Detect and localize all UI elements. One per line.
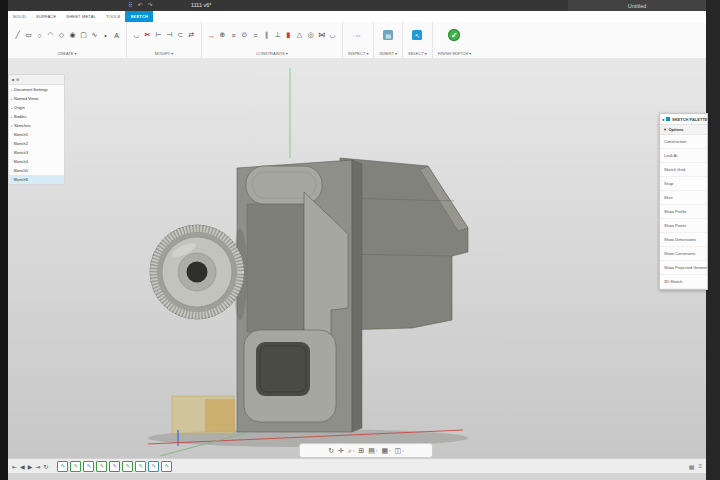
timeline-feature[interactable]: ✎	[135, 461, 146, 472]
break-icon[interactable]: ⊣	[165, 30, 174, 40]
palette-item-look-at[interactable]: Look At	[660, 149, 707, 163]
symmetry-icon[interactable]: ⋈	[317, 30, 326, 40]
browser-row[interactable]: ·Sketch1	[9, 130, 64, 139]
ellipse-icon[interactable]: ◉	[68, 30, 77, 40]
browser-row[interactable]: ▾Sketches	[9, 121, 64, 130]
palette-item-show-dimensions[interactable]: Show Dimensions	[660, 233, 707, 247]
pan-icon[interactable]: ✛	[338, 447, 344, 455]
polygon-icon[interactable]: ◇	[57, 30, 66, 40]
modify-dropdown[interactable]: MODIFY ▾	[155, 51, 174, 57]
tab-sketch[interactable]: SKETCH	[125, 11, 153, 22]
browser-grid-icon[interactable]: ⊞	[16, 77, 19, 82]
tab-solid[interactable]: SOLID	[8, 11, 31, 22]
insert-icon[interactable]: ▤	[383, 30, 393, 40]
palette-item-sketch-grid[interactable]: Sketch Grid	[660, 163, 707, 177]
palette-item-snap[interactable]: Snap	[660, 177, 707, 191]
browser-row[interactable]: ▸Named Views	[9, 94, 64, 103]
line-icon[interactable]: ╱	[13, 30, 22, 40]
palette-item-slice[interactable]: Slice	[660, 191, 707, 205]
tab-tools[interactable]: TOOLS	[101, 11, 126, 22]
inspect-dropdown[interactable]: INSPECT ▾	[348, 51, 368, 57]
fit-icon[interactable]: ⊞	[358, 447, 364, 455]
text-icon[interactable]: A	[112, 30, 121, 40]
timeline-feature[interactable]: ✎	[96, 461, 107, 472]
zoom-icon[interactable]: ⌕	[348, 447, 352, 455]
offset-icon[interactable]: ⊂	[176, 30, 185, 40]
timeline-feature[interactable]: ✎	[57, 461, 68, 472]
timeline-skip-end-button[interactable]: ⇥	[35, 463, 40, 470]
constraints-dropdown[interactable]: CONSTRAINTS ▾	[256, 51, 288, 57]
display-settings-icon[interactable]: ▤	[368, 447, 375, 455]
spline-icon[interactable]: ∿	[90, 30, 99, 40]
slot-icon[interactable]: ▢	[79, 30, 88, 40]
concentric-icon[interactable]: ◎	[306, 30, 315, 40]
tangent-icon[interactable]: ⊙	[240, 30, 249, 40]
timeline-feature[interactable]: ✎	[70, 461, 81, 472]
select-cursor-icon[interactable]: ↖	[412, 30, 422, 40]
browser-row[interactable]: ▸Origin	[9, 103, 64, 112]
app-grid-icon[interactable]: ⠿	[128, 1, 132, 8]
sketch-highlight-profile[interactable]	[205, 399, 235, 432]
finish-sketch-button[interactable]: FINISH SKETCH ▾	[438, 51, 472, 57]
viewports-icon[interactable]: ◫	[395, 447, 402, 455]
orbit-icon[interactable]: ↻	[328, 447, 334, 455]
browser-row[interactable]: ·Sketch2	[9, 139, 64, 148]
curvature-icon[interactable]: ◡	[328, 30, 337, 40]
timeline-feature[interactable]: ✎	[83, 461, 94, 472]
tab-sheet-metal[interactable]: SHEET METAL	[61, 11, 101, 22]
select-dropdown[interactable]: SELECT ▾	[408, 51, 427, 57]
palette-item-show-projected[interactable]: Show Projected Geometries	[660, 261, 707, 275]
move-icon[interactable]: ⇄	[187, 30, 196, 40]
extend-icon[interactable]: ⊢	[154, 30, 163, 40]
browser-row-active[interactable]: ·Sketch6	[9, 175, 64, 184]
fix-lock-icon[interactable]: ▮	[284, 30, 293, 40]
undo-icon[interactable]: ↶	[137, 1, 142, 8]
timeline-options-icon[interactable]: ▦	[689, 463, 695, 470]
grid-settings-icon[interactable]: ▦	[381, 447, 388, 455]
browser-panel: ◀ ⊞ ▸Document Settings ▸Named Views ▸Ori…	[8, 74, 65, 185]
palette-item-3d-sketch[interactable]: 3D Sketch	[660, 275, 707, 289]
trim-icon[interactable]: ✂	[143, 30, 152, 40]
timeline-feature[interactable]: ✎	[148, 461, 159, 472]
circle-icon[interactable]: ○	[35, 30, 44, 40]
browser-row[interactable]: ·Sketch5	[9, 166, 64, 175]
equal-icon[interactable]: =	[251, 30, 260, 40]
palette-options-section[interactable]: ▼Options	[660, 125, 707, 135]
browser-row[interactable]: ▸Document Settings	[9, 85, 64, 94]
palette-collapse-icon[interactable]: ◂	[662, 117, 664, 122]
arc-icon[interactable]: ◠	[46, 30, 55, 40]
timeline-play-button[interactable]: ▶	[28, 463, 33, 470]
palette-item-construction[interactable]: Construction	[660, 135, 707, 149]
collinear-icon[interactable]: ≡	[229, 30, 238, 40]
insert-dropdown[interactable]: INSERT ▾	[379, 51, 397, 57]
fillet-icon[interactable]: ◡	[132, 30, 141, 40]
palette-item-show-profile[interactable]: Show Profile	[660, 205, 707, 219]
timeline-menu-icon[interactable]: ≡	[698, 463, 702, 469]
browser-row[interactable]: ▸Bodies	[9, 112, 64, 121]
perpendicular-icon[interactable]: ⊥	[273, 30, 282, 40]
timeline-replay-button[interactable]: ↻	[43, 463, 48, 470]
finish-sketch-check-icon[interactable]: ✓	[448, 29, 460, 41]
point-icon[interactable]: •	[101, 30, 110, 40]
timeline-feature[interactable]: ✎	[109, 461, 120, 472]
viewport-canvas[interactable]	[8, 58, 706, 458]
timeline-skip-start-button[interactable]: ⇤	[12, 463, 17, 470]
browser-row[interactable]: ·Sketch3	[9, 148, 64, 157]
parallel-icon[interactable]: ∥	[262, 30, 271, 40]
timeline-step-back-button[interactable]: ◀	[20, 463, 25, 470]
midpoint-icon[interactable]: △	[295, 30, 304, 40]
palette-item-show-constraints[interactable]: Show Constraints	[660, 247, 707, 261]
palette-item-show-points[interactable]: Show Points	[660, 219, 707, 233]
coincident-icon[interactable]: ⊕	[218, 30, 227, 40]
timeline-feature[interactable]: ✎	[122, 461, 133, 472]
sketch-dimension-icon[interactable]: ↔	[207, 30, 216, 40]
redo-icon[interactable]: ↷	[147, 1, 152, 8]
measure-icon[interactable]: ⇔	[354, 30, 363, 40]
tab-surface[interactable]: SURFACE	[31, 11, 61, 22]
timeline-feature[interactable]: ✎	[161, 461, 172, 472]
browser-collapse-icon[interactable]: ◀	[11, 77, 14, 82]
document-tab[interactable]: Untitled	[568, 0, 706, 11]
rectangle-icon[interactable]: ▭	[24, 30, 33, 40]
browser-row[interactable]: ·Sketch4	[9, 157, 64, 166]
create-dropdown[interactable]: CREATE ▾	[57, 51, 76, 57]
